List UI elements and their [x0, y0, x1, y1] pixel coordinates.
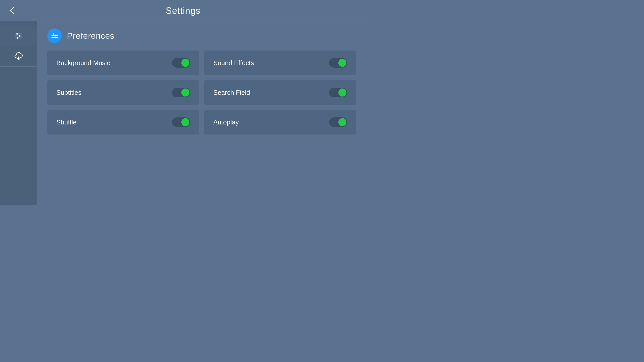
setting-card-shuffle: Shuffle: [47, 110, 199, 134]
toggle-shuffle[interactable]: [172, 117, 190, 127]
setting-label-subtitles: Subtitles: [56, 89, 82, 97]
toggle-search-field[interactable]: [329, 88, 347, 97]
main-layout: Preferences Background Music Sound Effec…: [0, 21, 366, 205]
svg-point-11: [55, 35, 56, 36]
section-header: Preferences: [47, 28, 356, 43]
cloud-download-icon: [14, 52, 23, 61]
setting-label-search-field: Search Field: [213, 89, 250, 97]
toggle-autoplay[interactable]: [329, 117, 347, 127]
setting-card-search-field: Search Field: [204, 80, 356, 105]
toggle-background-music[interactable]: [172, 58, 190, 68]
sidebar-item-preferences[interactable]: [0, 26, 37, 46]
svg-point-4: [19, 35, 20, 37]
svg-point-5: [17, 37, 18, 39]
section-title: Preferences: [67, 31, 114, 41]
setting-card-sound-effects: Sound Effects: [204, 51, 356, 75]
sidebar: [0, 21, 37, 205]
sidebar-item-cloud[interactable]: [0, 46, 37, 67]
setting-label-autoplay: Autoplay: [213, 118, 239, 126]
setting-label-background-music: Background Music: [56, 59, 110, 67]
header: Settings: [0, 0, 366, 21]
svg-point-10: [53, 33, 54, 35]
setting-card-subtitles: Subtitles: [47, 80, 199, 105]
svg-point-3: [16, 33, 18, 35]
page-title: Settings: [166, 6, 200, 16]
toggle-subtitles[interactable]: [172, 88, 190, 97]
toggle-sound-effects[interactable]: [329, 58, 347, 68]
section-icon-circle: [47, 28, 62, 43]
back-button[interactable]: [8, 6, 17, 15]
setting-card-background-music: Background Music: [47, 51, 199, 75]
settings-grid: Background Music Sound Effects Sub: [47, 51, 356, 134]
setting-label-sound-effects: Sound Effects: [213, 59, 254, 67]
sliders-icon: [14, 31, 23, 40]
content-area: Preferences Background Music Sound Effec…: [37, 21, 366, 205]
setting-label-shuffle: Shuffle: [56, 118, 76, 126]
setting-card-autoplay: Autoplay: [204, 110, 356, 134]
svg-point-12: [53, 37, 54, 38]
